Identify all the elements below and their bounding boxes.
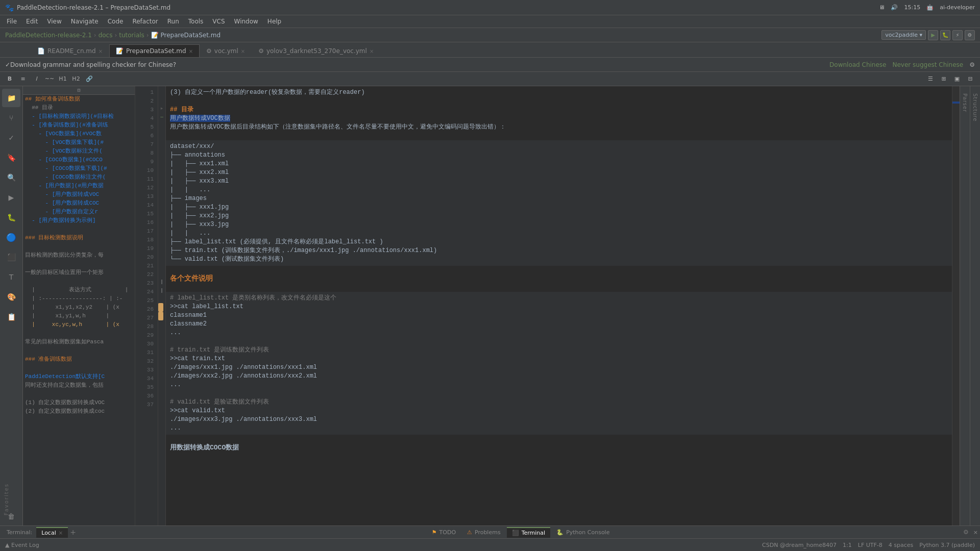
tab-terminal-local[interactable]: Local ×	[36, 527, 68, 538]
code-block-line-9: | ├── xxx2.jpg	[170, 212, 948, 220]
format-list[interactable]: ≡	[17, 73, 29, 85]
breadcrumb-project[interactable]: PaddleDetection-release-2.1	[5, 32, 92, 39]
run-button[interactable]: ▶	[928, 30, 938, 40]
menu-file[interactable]: File	[3, 17, 21, 26]
tab-yolov3[interactable]: ⚙ yolov3_darknet53_270e_voc.yml ×	[252, 44, 380, 57]
sidebar-paint-icon[interactable]: 🎨	[2, 288, 20, 306]
outline-line-20	[23, 260, 135, 268]
tab-problems-label: Problems	[475, 529, 501, 536]
menu-tools[interactable]: Tools	[184, 17, 208, 26]
download-chinese-link[interactable]: Download Chinese	[829, 61, 886, 68]
sidebar-text-icon[interactable]: T	[2, 268, 20, 286]
tab-voc[interactable]: ⚙ voc.yml ×	[200, 44, 252, 57]
tab-yolov3-close[interactable]: ×	[370, 48, 374, 54]
todo-icon: ⚑	[432, 529, 437, 536]
view-mode-2[interactable]: ⊞	[938, 73, 949, 85]
breadcrumb-docs[interactable]: docs	[99, 32, 113, 39]
settings-button[interactable]: ⚙	[965, 30, 975, 40]
outline-line-7[interactable]: - [VOC数据标注文件(	[23, 147, 135, 156]
menu-code[interactable]: Code	[104, 17, 128, 26]
tab-voc-close[interactable]: ×	[241, 48, 245, 54]
tab-python-console[interactable]: 🐍 Python Console	[551, 528, 615, 537]
sidebar-project-icon[interactable]: 📁	[2, 89, 20, 107]
sidebar-bookmark-icon[interactable]: 🔖	[2, 148, 20, 167]
outline-line-22	[23, 277, 135, 286]
outline-line-3[interactable]: - [目标检测数据说明](#目标检	[23, 112, 135, 121]
time-display: 15:15	[904, 4, 920, 11]
status-position[interactable]: 1:1	[843, 542, 852, 548]
branch-selector[interactable]: voc2paddle ▾	[881, 30, 926, 40]
menu-window[interactable]: Window	[230, 17, 262, 26]
coverage-button[interactable]: ⚡	[952, 30, 963, 40]
status-indent[interactable]: 4 spaces	[889, 542, 914, 548]
menu-navigate[interactable]: Navigate	[67, 17, 103, 26]
menu-view[interactable]: View	[43, 17, 65, 26]
sidebar-terminal-icon[interactable]: ⬛	[2, 248, 20, 266]
tab-terminal[interactable]: ⬛ Terminal	[507, 527, 551, 538]
format-italic[interactable]: I	[31, 73, 42, 85]
tab-preparedataset[interactable]: 📝 PrepareDataSet.md ×	[109, 44, 200, 57]
format-h1[interactable]: H1	[57, 73, 68, 85]
line-num-17: 17	[135, 227, 158, 236]
outline-line-10[interactable]: - [COCO数据标注文件(	[23, 173, 135, 182]
breadcrumb-file[interactable]: 📝 PrepareDataSet.md	[151, 32, 220, 39]
grammar-settings-icon[interactable]: ⚙	[969, 61, 975, 68]
tab-readme-close[interactable]: ×	[99, 48, 103, 54]
sidebar-debug-icon[interactable]: 🐛	[2, 208, 20, 227]
cb2-line-1: # label_list.txt 是类别名称列表，改文件名必须是这个	[170, 294, 948, 303]
tab-terminal-local-close[interactable]: ×	[59, 530, 63, 536]
line-num-22: 22	[135, 270, 158, 279]
status-event-log[interactable]: ▲ Event Log	[5, 542, 39, 548]
minimap[interactable]	[952, 86, 960, 525]
menu-help[interactable]: Help	[263, 17, 285, 26]
outline-line-6[interactable]: - [VOC数据集下载](#	[23, 138, 135, 147]
debug-button[interactable]: 🐛	[940, 30, 950, 40]
outline-line-15[interactable]: - [用户数据转换为示例]	[23, 216, 135, 225]
sidebar-run-icon[interactable]: ▶	[2, 188, 20, 207]
tab-readme[interactable]: 📄 README_cn.md ×	[31, 44, 109, 57]
sidebar-vcs-icon[interactable]: ⑂	[2, 109, 20, 127]
tab-preparedataset-close[interactable]: ×	[189, 48, 193, 54]
tab-todo[interactable]: ⚑ TODO	[427, 528, 461, 537]
format-strikethrough[interactable]: ~~	[44, 73, 55, 85]
outline-line-8[interactable]: - [COCO数据集](#COCO	[23, 156, 135, 164]
outline-line-14[interactable]: - [用户数据自定义r	[23, 208, 135, 216]
format-h2[interactable]: H2	[70, 73, 82, 85]
cb2-line-6	[170, 337, 948, 346]
bottom-tab-bar: Terminal: Local × + ⚑ TODO ⚠ Problems ⬛ …	[0, 525, 980, 538]
cb2-line-13: # valid.txt 是验证数据文件列表	[170, 398, 948, 407]
menu-vcs[interactable]: VCS	[208, 17, 229, 26]
add-terminal-tab-button[interactable]: +	[68, 527, 78, 537]
menu-run[interactable]: Run	[163, 17, 183, 26]
view-mode-3[interactable]: ▣	[951, 73, 963, 85]
fold-marker-line4[interactable]: −	[158, 112, 165, 121]
bottom-close-button[interactable]: ×	[971, 529, 980, 536]
never-suggest-link[interactable]: Never suggest Chinese	[892, 61, 963, 68]
status-encoding[interactable]: LF UTF-8	[858, 542, 883, 548]
outline-line-5[interactable]: - [VOC数据集](#VOC数	[23, 130, 135, 138]
sidebar-commit-icon[interactable]: ✓	[2, 129, 20, 147]
outline-line-9[interactable]: - [COCO数据集下载](#	[23, 164, 135, 173]
view-mode-4[interactable]: ⊟	[965, 73, 976, 85]
format-bold[interactable]: B	[4, 73, 15, 85]
outline-line-33[interactable]: PaddleDetection默认支持[C	[23, 372, 135, 381]
outline-line-11[interactable]: - [用户数据](#用户数据	[23, 182, 135, 190]
menu-refactor[interactable]: Refactor	[128, 17, 162, 26]
view-mode-1[interactable]: ☰	[925, 73, 936, 85]
bottom-settings-button[interactable]: ⚙	[963, 529, 969, 536]
status-parser[interactable]: Python 3.7 (paddle)	[919, 542, 975, 548]
line-num-12: 12	[135, 184, 158, 192]
outline-line-13[interactable]: - [用户数据转成COC	[23, 199, 135, 208]
outline-line-12[interactable]: - [用户数据转成VOC	[23, 190, 135, 199]
tab-problems[interactable]: ⚠ Problems	[462, 528, 506, 537]
outline-line-4[interactable]: - [准备训练数据](#准备训练	[23, 121, 135, 130]
sidebar-pycharm-icon[interactable]: 🔵	[2, 228, 20, 246]
sidebar-search-icon[interactable]: 🔍	[2, 168, 20, 187]
editor-content[interactable]: (3) 自定义一个用户数据的reader(较复杂数据，需要自定义reader) …	[166, 86, 952, 525]
line-num-31: 31	[135, 348, 158, 357]
breadcrumb-tutorials[interactable]: tutorials	[119, 32, 144, 39]
menu-edit[interactable]: Edit	[22, 17, 42, 26]
sidebar-notes-icon[interactable]: 📋	[2, 308, 20, 326]
tab-readme-icon: 📄	[37, 47, 45, 55]
format-link[interactable]: 🔗	[84, 73, 95, 85]
